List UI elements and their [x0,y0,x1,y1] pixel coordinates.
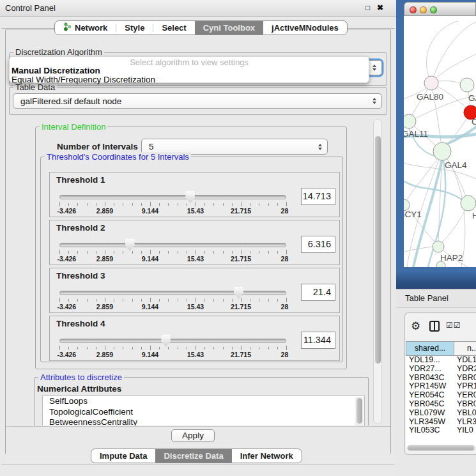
network-node[interactable] [461,196,476,211]
float-window-icon[interactable]: □ [365,3,370,12]
tick-label: 9.144 [142,255,158,263]
tick-label: 21.715 [231,351,251,358]
threshold-slider[interactable]: -3.4262.8599.14415.4321.71528 [59,334,286,360]
tick-mark [87,203,88,206]
tick-mark [187,299,187,302]
attribute-list-item[interactable]: SelfLoops [43,396,364,407]
attributes-group-title: Attributes to discretize [38,372,124,382]
tick-mark [105,298,105,302]
tick-mark [123,251,123,254]
node-attribute-table[interactable]: shared...n... YDL19...YDL1YDR27...YDR2YB… [406,341,476,447]
network-node[interactable] [433,241,444,252]
threshold-value-field[interactable]: 6.316 [301,236,335,253]
close-panel-icon[interactable]: ✖ [377,3,383,12]
tab-style[interactable]: Style [116,21,153,35]
tick-mark [77,203,78,206]
tick-mark [223,203,224,206]
tick-mark [178,251,178,254]
tick-mark [213,203,214,206]
tick-label: -3.426 [57,303,76,311]
scrollbar-thumb[interactable] [408,445,474,450]
tab-jactivemnodules[interactable]: jActiveMNodules [263,21,347,35]
scrollbar-thumb[interactable] [357,398,362,424]
main-vertical-scrollbar[interactable] [373,119,382,424]
table-cell: YER0 [454,391,476,400]
table-toolbar: ⚙ ☑☑ [405,318,476,336]
slider-track[interactable] [59,195,286,199]
table-row[interactable]: YPR145WYPR1 [406,382,476,391]
table-cell: YDR27... [406,365,454,374]
network-node[interactable] [460,78,474,92]
tab-impute-data[interactable]: Impute Data [91,449,155,463]
tab-network[interactable]: Network [55,21,116,35]
tick-mark [250,347,250,349]
control-panel-titlebar: Control Panel □ ✖ [0,0,396,17]
tick-label: 21.715 [231,255,251,263]
table-row[interactable]: YER054CYER0 [406,391,476,400]
network-node[interactable] [436,261,445,267]
close-window-button[interactable] [410,6,417,13]
threshold-value-field[interactable]: 21.4 [301,284,335,301]
attribute-list-item[interactable]: TopologicalCoefficient [43,407,364,418]
network-node[interactable] [404,114,416,128]
table-column-header[interactable]: n... [454,341,476,356]
threshold-label: Threshold 3 [56,271,105,280]
table-data-combobox[interactable]: galFiltered.sif default node [13,93,382,109]
slider-ticks [59,345,286,351]
tab-discretize-data[interactable]: Discretize Data [155,449,231,463]
network-node[interactable] [424,76,438,90]
table-row[interactable]: YBR043CYBR0 [406,374,476,383]
tick-label: 15.43 [187,303,204,311]
table-row[interactable]: YBR045CYBR0 [406,400,476,409]
table-row[interactable]: YDR27...YDR2 [406,365,476,374]
table-row[interactable]: YDL19...YDL1 [406,356,476,365]
table-column-header[interactable]: shared... [406,341,454,356]
zoom-window-button[interactable] [430,6,437,13]
gear-icon[interactable]: ⚙ [411,319,420,333]
network-canvas[interactable]: GAL80GALCGAL11GAL4GCY1HHAP2 [404,16,476,267]
table-row[interactable]: YIL053CYIL0 [406,426,476,435]
scrollbar-thumb[interactable] [375,136,381,364]
table-horizontal-scrollbar[interactable] [407,445,475,451]
tick-mark [196,346,196,350]
slider-tick-labels: -3.4262.8599.14415.4321.71528 [59,255,286,263]
threshold-slider[interactable]: -3.4262.8599.14415.4321.71528 [59,190,286,216]
dropdown-option-manual-discretization[interactable]: Manual Discretization [12,66,100,75]
tick-mark [213,251,214,254]
tick-mark [123,299,123,302]
network-node[interactable] [433,142,451,160]
numerical-attributes-label: Numerical Attributes [37,384,121,394]
threshold-value-field[interactable]: 11.344 [301,332,335,349]
threshold-slider[interactable]: -3.4262.8599.14415.4321.71528 [59,238,286,264]
split-columns-icon[interactable] [429,321,440,332]
slider-track[interactable] [59,339,286,343]
table-row[interactable]: YBL079WYBL0 [406,409,476,418]
tick-label: 28 [281,303,289,311]
tick-mark [178,347,178,349]
slider-track[interactable] [59,243,286,247]
slider-track[interactable] [59,291,286,295]
threshold-value-field[interactable]: 14.713 [301,188,335,205]
select-checkbox-icons[interactable]: ☑☑ [446,321,461,330]
tab-infer-network[interactable]: Infer Network [232,449,302,463]
attributes-list-scrollbar[interactable] [355,397,364,426]
minimize-window-button[interactable] [420,6,427,13]
control-panel: Control Panel □ ✖ NetworkStyleSelectCyni… [0,0,396,476]
network-edge [427,21,458,83]
threshold-slider[interactable]: -3.4262.8599.14415.4321.71528 [59,286,286,312]
dropdown-option-equal-width-frequency[interactable]: Equal Width/Frequency Discretization [12,75,155,84]
tick-mark [259,299,259,302]
tab-select[interactable]: Select [153,21,194,35]
combo-stepper-icon [372,65,376,71]
table-row[interactable]: YLR345WYLR3 [406,418,476,427]
attribute-list-item[interactable]: BetweennessCentrality [43,417,364,426]
network-window-titlebar[interactable] [404,2,476,16]
tick-mark [223,299,224,302]
numerical-attributes-list[interactable]: SelfLoopsTopologicalCoefficientBetweenne… [42,395,365,426]
tick-mark [132,347,133,349]
tick-mark [105,250,105,254]
apply-button[interactable]: Apply [171,429,215,442]
tab-label: Infer Network [240,451,293,461]
tick-mark [213,299,214,302]
tab-cyni-toolbox[interactable]: Cyni Toolbox [195,21,263,35]
